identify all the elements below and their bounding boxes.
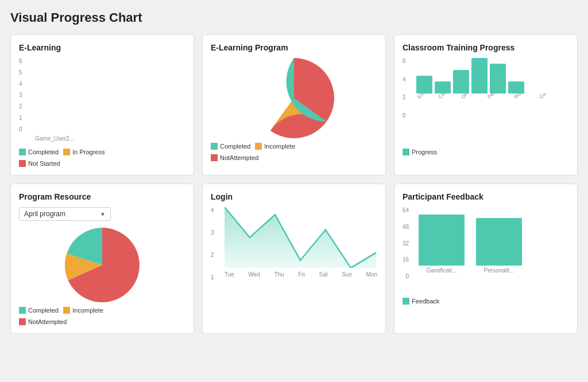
participant-feedback-card: Participant Feedback 644832160 Gamificat… — [394, 184, 578, 334]
elearning-legend-notstarted: Not Started — [19, 160, 60, 167]
fb-bar-gam — [419, 215, 465, 266]
feedback-bars — [419, 207, 569, 266]
pr-legend-notattempted: NotAttempted — [19, 318, 67, 325]
login-label-mon: Mon — [366, 271, 377, 278]
elearning-completed-label: Completed — [28, 149, 59, 155]
feedback-bar-gamification — [419, 207, 465, 266]
fb-bar-per — [476, 218, 522, 266]
login-line-chart — [225, 207, 377, 268]
login-x-labels: Tue Wed Thu Fri Sat Sun Mon — [225, 270, 377, 278]
cls-legend-progress: Progress — [403, 149, 437, 155]
login-title: Login — [211, 192, 377, 201]
elearning-inprogress-label: In Progress — [72, 149, 105, 155]
cls-bar-pendingap — [471, 58, 488, 93]
elearning-y-axis: 6543210 — [19, 58, 25, 132]
cls-progress-label: Progress — [412, 149, 437, 155]
cls-label-enrolled: Enrolled — [416, 93, 432, 100]
feedback-bar-personality — [476, 207, 522, 266]
fb-legend-feedback: Feedback — [403, 298, 439, 305]
pr-notattempted-dot — [19, 318, 26, 325]
dashboard-grid: E-Learning 6543210 Game_User2... — [10, 34, 578, 334]
feedback-y-axis: 644832160 — [403, 207, 411, 279]
cls-bar-cancelled — [435, 81, 451, 93]
program-resource-card: Program Resource April program ▼ — [10, 184, 194, 334]
pr-legend-completed: Completed — [19, 307, 59, 314]
fb-feedback-dot — [403, 298, 409, 305]
classroom-legend: Progress — [403, 149, 569, 155]
cls-label-cancelpend: CancelPend... — [538, 93, 554, 100]
ep-legend-row2: NotAttempted — [211, 154, 377, 161]
elearning-program-card: E-Learning Program Completed — [202, 34, 386, 176]
elearning-legend-inprogress: In Progress — [63, 149, 105, 155]
ep-notattempted-label: NotAttempted — [220, 154, 258, 161]
elearning-program-pie — [211, 58, 377, 138]
login-label-sat: Sat — [319, 271, 328, 278]
cls-bar-cancelpend — [508, 81, 524, 93]
cls-label-cancelled: Cancelled — [437, 93, 452, 100]
cls-progress-dot — [403, 149, 409, 155]
cls-label-pendingap: PendingAp... — [486, 93, 502, 100]
elearning-title: E-Learning — [19, 43, 185, 52]
login-label-wed: Wed — [248, 271, 260, 278]
feedback-legend: Feedback — [403, 298, 569, 305]
dropdown-value: April program — [24, 210, 100, 218]
classroom-bars — [416, 58, 569, 93]
participant-feedback-title: Participant Feedback — [403, 192, 569, 201]
classroom-y-axis: 6420 — [403, 58, 408, 119]
login-label-thu: Thu — [274, 271, 284, 278]
cls-bar-waitinglist — [453, 70, 469, 93]
cls-label-waitinglist: OnWaitingL... — [460, 93, 475, 100]
page-title: Visual Progress Chart — [10, 10, 578, 25]
elearning-completed-dot — [19, 149, 26, 155]
login-label-tue: Tue — [225, 271, 234, 278]
page-container: Visual Progress Chart E-Learning 6543210… — [0, 0, 588, 344]
login-label-sun: Sun — [342, 271, 352, 278]
feedback-label-gam: Gamificati... — [419, 267, 465, 274]
chevron-down-icon: ▼ — [100, 211, 106, 217]
elearning-card: E-Learning 6543210 Game_User2... — [10, 34, 194, 176]
ep-notattempted-dot — [211, 154, 218, 161]
elearning-legend-completed: Completed — [19, 149, 59, 155]
pie-notattempted — [270, 58, 334, 138]
fb-feedback-label: Feedback — [412, 298, 439, 305]
pr-notattempted-label: NotAttempted — [28, 318, 67, 325]
elearning-legend-row2: Not Started — [19, 160, 185, 167]
pr-legend-row2: NotAttempted — [19, 318, 185, 325]
cls-bar-enrolled — [416, 76, 432, 93]
elearning-inprogress-dot — [63, 149, 70, 155]
classroom-training-card: Classroom Training Progress 6420 Enrolle… — [394, 34, 578, 176]
program-resource-title: Program Resource — [19, 192, 185, 201]
classroom-training-title: Classroom Training Progress — [403, 43, 569, 52]
ep-completed-label: Completed — [220, 143, 250, 150]
feedback-label-per: Personalit... — [476, 267, 522, 274]
elearning-notstarted-dot — [19, 160, 26, 167]
program-resource-pie — [19, 228, 185, 302]
ep-legend-notattempted: NotAttempted — [211, 154, 258, 161]
elearning-notstarted-label: Not Started — [28, 160, 60, 167]
cls-bar-rejected — [490, 64, 506, 93]
elearning-x-label: Game_User2... — [35, 135, 74, 142]
login-card: Login 4321 — [202, 184, 386, 334]
ep-legend-completed: Completed — [211, 143, 250, 150]
pr-completed-label: Completed — [28, 307, 59, 314]
cls-label-rejected: Rejected — [513, 93, 528, 100]
login-y-axis: 4321 — [211, 207, 216, 280]
classroom-x-labels: Enrolled Cancelled OnWaitingL... Pending… — [416, 93, 569, 102]
login-label-fri: Fri — [298, 271, 305, 278]
elearning-legend: Completed In Progress — [19, 149, 185, 155]
ep-completed-dot — [211, 143, 218, 150]
pr-completed-dot — [19, 307, 26, 314]
feedback-x-labels: Gamificati... Personalit... — [419, 266, 569, 274]
